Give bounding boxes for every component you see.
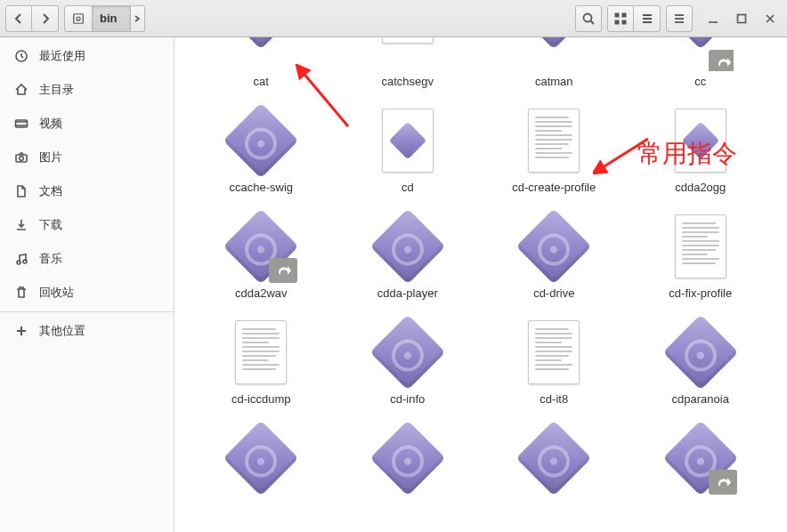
- window-controls: [707, 12, 776, 25]
- sidebar-item-music[interactable]: 音乐: [0, 242, 174, 276]
- file-label: catman: [535, 75, 573, 88]
- file-thumbnail: [521, 214, 587, 279]
- file-label: cd: [402, 181, 414, 194]
- sidebar-item-other-locations[interactable]: 其他位置: [0, 314, 174, 348]
- file-label: cd-fix-profile: [669, 286, 732, 300]
- svg-point-21: [20, 157, 24, 161]
- file-thumbnail: [521, 319, 587, 385]
- video-icon: [14, 117, 28, 131]
- file-label: cdda2wav: [235, 286, 288, 300]
- svg-point-1: [77, 16, 80, 20]
- icon-view-button[interactable]: [607, 5, 634, 32]
- file-item[interactable]: cdda2wav: [192, 210, 330, 300]
- file-thumbnail: [375, 108, 441, 173]
- hamburger-menu-button[interactable]: [666, 5, 693, 32]
- executable-icon: [229, 109, 293, 173]
- svg-rect-7: [622, 20, 626, 24]
- file-label: cdda2ogg: [675, 181, 726, 194]
- path-more-button[interactable]: [131, 5, 145, 32]
- file-thumbnail: [375, 37, 441, 71]
- executable-icon: [376, 426, 440, 490]
- file-item[interactable]: cd-create-profile: [485, 104, 623, 194]
- disk-icon: [72, 12, 85, 25]
- back-button[interactable]: [5, 5, 32, 32]
- file-thumbnail: [375, 214, 441, 279]
- close-button[interactable]: [764, 12, 776, 25]
- sidebar-item-videos[interactable]: 视频: [0, 107, 174, 141]
- svg-rect-4: [615, 13, 619, 17]
- svg-rect-5: [622, 13, 626, 17]
- file-item[interactable]: cd-info: [339, 316, 477, 406]
- sidebar-item-label: 视频: [39, 116, 62, 132]
- svg-line-3: [591, 20, 595, 24]
- view-mode-group: [607, 5, 661, 32]
- file-thumbnail: [375, 425, 441, 491]
- file-label: cd-drive: [533, 286, 574, 300]
- sidebar-item-label: 下载: [39, 217, 62, 233]
- file-item[interactable]: [485, 422, 623, 491]
- sidebar-item-label: 文档: [39, 183, 62, 199]
- file-item[interactable]: catchsegv: [339, 37, 477, 88]
- file-item[interactable]: cc: [632, 37, 770, 88]
- file-thumbnail: [228, 214, 294, 279]
- file-item[interactable]: cdda-player: [339, 210, 477, 300]
- doc-icon: [14, 184, 28, 198]
- list-view-button[interactable]: [634, 5, 661, 32]
- svg-point-23: [23, 260, 27, 263]
- file-item[interactable]: [339, 422, 477, 491]
- forward-button[interactable]: [32, 5, 59, 32]
- search-icon: [581, 12, 596, 26]
- file-item[interactable]: cdparanoia: [632, 316, 770, 406]
- executable-icon: [522, 426, 586, 490]
- file-label: ccache-swig: [229, 181, 293, 194]
- download-icon: [14, 218, 28, 232]
- home-icon: [14, 83, 28, 97]
- file-label: catchsegv: [381, 75, 434, 88]
- file-item[interactable]: cd: [339, 104, 477, 194]
- file-label: cc: [694, 75, 706, 88]
- executable-icon: [669, 37, 733, 44]
- file-label: cd-create-profile: [512, 181, 596, 194]
- file-item[interactable]: ccache-swig: [192, 104, 330, 194]
- file-item[interactable]: [192, 422, 330, 491]
- executable-icon: [229, 37, 293, 44]
- file-thumbnail: [521, 37, 587, 71]
- script-icon: [382, 109, 434, 173]
- executable-icon: [522, 37, 586, 44]
- sidebar-item-documents[interactable]: 文档: [0, 174, 174, 208]
- file-item[interactable]: cd-iccdump: [192, 316, 330, 406]
- svg-rect-6: [615, 20, 619, 24]
- minimize-button[interactable]: [707, 12, 719, 25]
- clock-icon: [14, 49, 28, 63]
- sidebar-item-pictures[interactable]: 图片: [0, 141, 174, 174]
- document-icon: [528, 109, 580, 173]
- sidebar-item-label: 其他位置: [39, 323, 85, 339]
- sidebar-item-home[interactable]: 主目录: [0, 73, 174, 107]
- svg-rect-19: [16, 120, 28, 127]
- executable-icon: [229, 426, 293, 490]
- sidebar-item-downloads[interactable]: 下载: [0, 208, 174, 242]
- toolbar: bin: [0, 0, 787, 37]
- file-thumbnail: [521, 108, 587, 173]
- file-item[interactable]: cd-fix-profile: [632, 210, 770, 300]
- path-root-button[interactable]: [64, 5, 93, 32]
- svg-rect-0: [74, 13, 84, 23]
- grid-icon: [613, 12, 628, 26]
- path-segment-bin[interactable]: bin: [93, 5, 131, 32]
- file-item[interactable]: [632, 422, 770, 491]
- script-icon: [382, 37, 434, 44]
- file-item[interactable]: catman: [485, 37, 623, 88]
- file-label: cdparanoia: [672, 392, 729, 406]
- file-item[interactable]: cd-drive: [485, 210, 623, 300]
- maximize-button[interactable]: [735, 12, 748, 25]
- pathbar: bin: [64, 5, 145, 32]
- file-label: cd-info: [390, 392, 425, 406]
- sidebar-item-trash[interactable]: 回收站: [0, 276, 174, 310]
- sidebar-item-label: 图片: [39, 149, 62, 165]
- file-item[interactable]: cdda2ogg: [632, 104, 770, 194]
- sidebar-item-label: 回收站: [39, 285, 74, 301]
- search-button[interactable]: [575, 5, 602, 32]
- file-item[interactable]: cd-it8: [485, 316, 623, 406]
- sidebar-item-recent[interactable]: 最近使用: [0, 39, 174, 73]
- file-item[interactable]: cat: [192, 37, 330, 88]
